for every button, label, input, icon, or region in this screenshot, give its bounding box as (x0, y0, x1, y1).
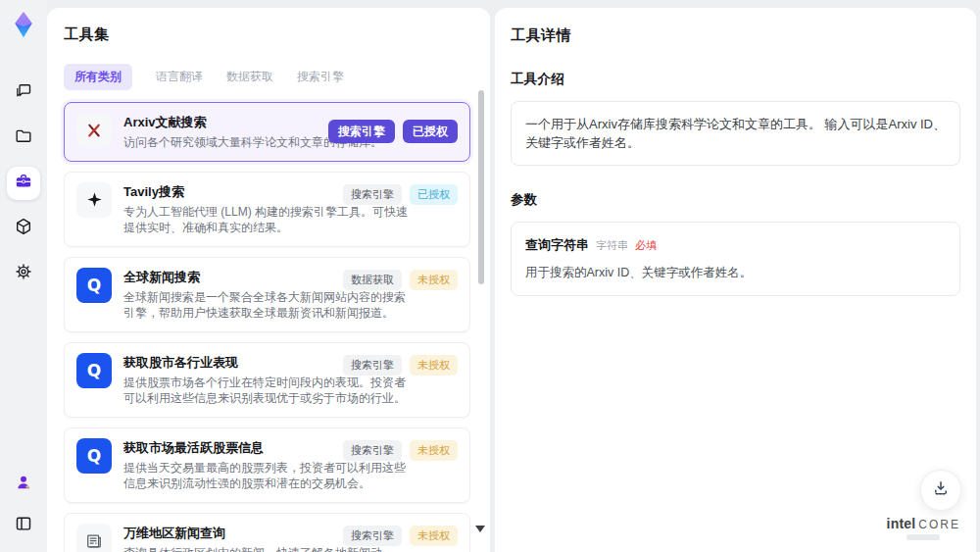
brand-intel-text: intel (887, 516, 916, 531)
page-title: 工具集 (64, 25, 470, 44)
tool-list-panel: 工具集 所有类别语言翻译数据获取搜索引擎 Arxiv文献搜索 访问各个研究领域大… (47, 8, 490, 552)
tool-card[interactable]: Q 全球新闻搜索 全球新闻搜索是一个聚合全球各大新闻网站内容的搜索引擎，帮助用户… (64, 257, 470, 332)
tab-1[interactable]: 语言翻译 (156, 64, 203, 90)
tool-card[interactable]: Tavily搜索 专为人工智能代理 (LLM) 构建的搜索引擎工具。可快速提供实… (64, 172, 470, 247)
tool-detail-panel: 工具详情 工具介绍 一个用于从Arxiv存储库搜索科学论文和文章的工具。 输入可… (495, 8, 976, 552)
category-badge: 搜索引擎 (343, 184, 402, 205)
param-box: 查询字符串 字符串 必填 用于搜索的Arxiv ID、关键字或作者姓名。 (511, 222, 960, 296)
tool-badges: 搜索引擎 未授权 (343, 526, 458, 546)
sidebar-item-chat[interactable] (7, 76, 40, 110)
tool-desc: 提供股票市场各个行业在特定时间段内的表现。投资者可以利用这些信息来识别表现优于或… (123, 375, 410, 407)
sidebar-item-models[interactable] (7, 212, 40, 245)
panel-toggle-icon (14, 514, 33, 537)
user-profile-button[interactable] (7, 468, 40, 501)
news-search-logo: Q (76, 438, 112, 474)
tool-desc: 全球新闻搜索是一个聚合全球各大新闻网站内容的搜索引擎，帮助用户快速获取全球最新资… (123, 289, 410, 322)
news-search-logo: Q (76, 353, 112, 388)
tool-badges: 搜索引擎 已授权 (343, 184, 458, 205)
tool-list: Arxiv文献搜索 访问各个研究领域大量科学论文和文章的存储库。 搜索引擎 已授… (64, 102, 470, 552)
tavily-logo (76, 182, 112, 218)
tab-0[interactable]: 所有类别 (64, 64, 132, 90)
param-type: 字符串 (596, 236, 628, 255)
sidebar-item-files[interactable] (7, 122, 40, 155)
auth-status-badge: 未授权 (410, 270, 458, 290)
category-badge: 数据获取 (343, 270, 402, 290)
category-badge: 搜索引擎 (343, 440, 402, 461)
category-badge: 搜索引擎 (328, 120, 395, 143)
cube-icon (14, 217, 33, 240)
brand-core-text: CORE (918, 518, 960, 531)
settings-icon (14, 262, 33, 285)
category-badge: 搜索引擎 (343, 355, 402, 376)
intro-text: 一个用于从Arxiv存储库搜索科学论文和文章的工具。 输入可以是Arxiv ID… (525, 117, 946, 150)
app-logo-icon[interactable] (7, 8, 40, 41)
tool-desc: 提供当天交易量最高的股票列表，投资者可以利用这些信息来识别流动性强的股票和潜在的… (123, 460, 410, 492)
user-avatar-icon (14, 473, 33, 496)
tool-badges: 数据获取 未授权 (343, 270, 458, 290)
tool-desc: 查询具体行政区划内的新闻，快速了解各地新闻动 (123, 545, 382, 552)
auth-status-badge: 未授权 (410, 355, 458, 376)
auth-status-badge: 已授权 (403, 120, 458, 143)
download-icon (931, 478, 951, 502)
sidebar-nav (7, 76, 40, 290)
intel-core-logo: intel CORE (887, 516, 960, 540)
chat-icon (14, 81, 33, 105)
arxiv-logo (76, 113, 112, 148)
detail-title: 工具详情 (511, 26, 960, 45)
tool-badges: 搜索引擎 未授权 (343, 440, 458, 461)
params-heading: 参数 (511, 191, 960, 209)
brand-sub-badge (906, 534, 940, 540)
tool-badges: 搜索引擎 已授权 (328, 120, 458, 143)
scroll-down-icon[interactable] (475, 526, 485, 532)
auth-status-badge: 未授权 (410, 440, 458, 461)
sidebar-bottom (7, 468, 40, 542)
app-window: 工具集 所有类别语言翻译数据获取搜索引擎 Arxiv文献搜索 访问各个研究领域大… (0, 0, 980, 552)
folder-icon (14, 126, 33, 150)
tool-card[interactable]: Q 获取股市各行业表现 提供股票市场各个行业在特定时间段内的表现。投资者可以利用… (64, 342, 470, 418)
download-button[interactable] (920, 470, 961, 511)
param-name: 查询字符串 (525, 235, 589, 254)
category-badge: 搜索引擎 (343, 526, 402, 546)
collapse-panel-button[interactable] (7, 509, 40, 542)
scrollbar-thumb[interactable] (478, 90, 484, 284)
param-desc: 用于搜索的Arxiv ID、关键字或作者姓名。 (525, 264, 946, 282)
tool-badges: 搜索引擎 未授权 (343, 355, 458, 376)
auth-status-badge: 未授权 (410, 526, 458, 546)
tab-2[interactable]: 数据获取 (226, 64, 273, 90)
tool-card[interactable]: Q 获取市场最活跃股票信息 提供当天交易量最高的股票列表，投资者可以利用这些信息… (64, 427, 470, 503)
tool-desc: 专为人工智能代理 (LLM) 构建的搜索引擎工具。可快速提供实时、准确和真实的结… (123, 204, 410, 236)
sidebar (0, 0, 47, 552)
sidebar-item-settings[interactable] (7, 257, 40, 290)
newspaper-icon (76, 524, 112, 552)
auth-status-badge: 已授权 (410, 184, 458, 205)
toolbox-icon (14, 172, 33, 195)
intro-heading: 工具介绍 (511, 71, 960, 88)
tool-card[interactable]: 万维地区新闻查询 查询具体行政区划内的新闻，快速了解各地新闻动 搜索引擎 未授权 (64, 513, 470, 552)
news-search-logo: Q (76, 268, 112, 303)
tab-3[interactable]: 搜索引擎 (297, 64, 344, 90)
tool-card[interactable]: Arxiv文献搜索 访问各个研究领域大量科学论文和文章的存储库。 搜索引擎 已授… (64, 102, 470, 162)
category-tabs: 所有类别语言翻译数据获取搜索引擎 (64, 64, 470, 90)
list-scrollbar[interactable] (477, 84, 485, 544)
sidebar-item-tools[interactable] (7, 167, 40, 200)
intro-box: 一个用于从Arxiv存储库搜索科学论文和文章的工具。 输入可以是Arxiv ID… (511, 101, 960, 166)
param-header: 查询字符串 字符串 必填 (525, 235, 946, 255)
param-required-badge: 必填 (635, 236, 657, 255)
